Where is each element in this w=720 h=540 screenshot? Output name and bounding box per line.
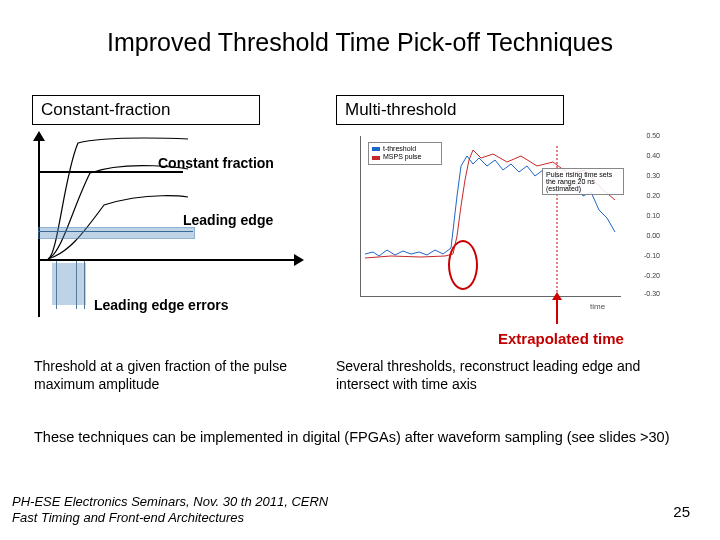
- diagram-constant-fraction: Constant fraction Leading edge Leading e…: [28, 135, 328, 335]
- threshold-le-band: [38, 227, 195, 239]
- ytick: -0.20: [644, 272, 660, 279]
- threshold-cf-line: [38, 171, 183, 173]
- label-extrapolated-time: Extrapolated time: [498, 330, 624, 347]
- label-leading-edge: Leading edge: [183, 213, 273, 228]
- x-axis-label: time: [590, 302, 605, 311]
- footer-line-2: Fast Timing and Front-end Architectures: [12, 510, 328, 526]
- desc-constant-fraction: Threshold at a given fraction of the pul…: [34, 358, 294, 393]
- err-tick: [76, 261, 77, 309]
- legend-item: MSPS pulse: [383, 153, 422, 161]
- threshold-le-line: [38, 231, 193, 232]
- arrow-right-icon: [294, 254, 304, 266]
- err-tick: [84, 261, 85, 309]
- ytick: -0.30: [644, 290, 660, 297]
- legend-item: t-threshold: [383, 145, 416, 153]
- footer-line-1: PH-ESE Electronics Seminars, Nov. 30 th …: [12, 494, 328, 510]
- right-y-axis: 0.50 0.40 0.30 0.20 0.10 0.00 -0.10 -0.2…: [620, 132, 660, 300]
- desc-multi-threshold: Several thresholds, reconstruct leading …: [336, 358, 676, 393]
- ytick: 0.10: [646, 212, 660, 219]
- footer: PH-ESE Electronics Seminars, Nov. 30 th …: [12, 494, 328, 527]
- box-multi-threshold: Multi-threshold: [336, 95, 564, 125]
- slide: Improved Threshold Time Pick-off Techniq…: [0, 0, 720, 540]
- ytick: -0.10: [644, 252, 660, 259]
- highlight-circle: [448, 240, 478, 290]
- ytick: 0.50: [646, 132, 660, 139]
- ytick: 0.30: [646, 172, 660, 179]
- label-constant-fraction: Constant fraction: [158, 155, 274, 171]
- ytick: 0.40: [646, 152, 660, 159]
- ytick: 0.00: [646, 232, 660, 239]
- annotation-box: Pulse rising time sets the range 20 ns (…: [542, 168, 624, 195]
- err-tick: [56, 261, 57, 309]
- box-constant-fraction: Constant-fraction: [32, 95, 260, 125]
- slide-title: Improved Threshold Time Pick-off Techniq…: [0, 28, 720, 57]
- legend-box: t-threshold MSPS pulse: [368, 142, 442, 165]
- leading-edge-error-region: [52, 263, 86, 305]
- extrapolated-arrow-icon: [556, 298, 558, 324]
- page-number: 25: [673, 503, 690, 520]
- label-leading-edge-errors: Leading edge errors: [94, 297, 229, 313]
- implementation-note: These techniques can be implemented in d…: [34, 428, 674, 447]
- ytick: 0.20: [646, 192, 660, 199]
- diagram-multi-threshold: t-threshold MSPS pulse Pulse rising time…: [332, 132, 682, 322]
